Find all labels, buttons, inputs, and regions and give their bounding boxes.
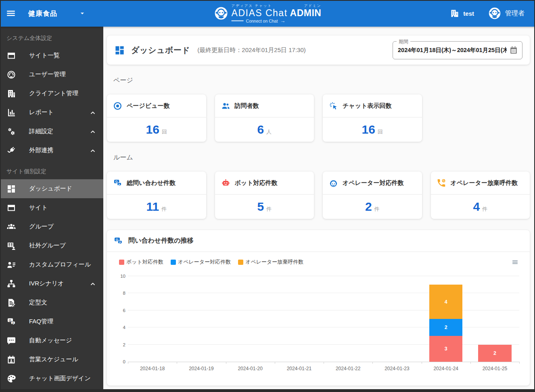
operator-icon — [329, 178, 338, 188]
legend-item-1[interactable]: オペレーター対応件数 — [171, 258, 231, 266]
bar-chart-icon — [6, 108, 16, 117]
sidebar-item-custom-profile[interactable]: カスタムプロフィール — [0, 255, 103, 274]
y-axis-label: 2 — [113, 342, 125, 347]
sidebar-item-business-schedule[interactable]: 営業スケジュール — [0, 350, 103, 369]
sidebar-item-site[interactable]: サイト — [0, 198, 103, 217]
gears-icon — [6, 127, 16, 136]
sidebar-item-faq-management[interactable]: QAFAQ管理 — [0, 312, 103, 331]
legend-item-0[interactable]: ボット対応件数 — [119, 258, 163, 266]
stat-card-title: チャット表示回数 — [343, 102, 391, 110]
svg-text:A: A — [12, 322, 14, 324]
sidebar-item-chat-screen-design[interactable]: チャット画面デザイン — [0, 369, 103, 388]
stat-card-value: 2 — [365, 200, 372, 214]
sidebar-item-label: クライアント管理 — [29, 90, 78, 97]
stat-card-page-views: ページビュー数16回 — [107, 94, 206, 142]
period-range-field[interactable]: 期間 2024年01月18日(木)～2024年01月25日(木) — [393, 41, 522, 59]
sidebar-item-group[interactable]: グループ — [0, 217, 103, 236]
chevron-up-icon[interactable] — [89, 280, 97, 288]
sidebar-item-external-integration[interactable]: 外部連携 — [0, 141, 103, 160]
sidebar-item-dashboard[interactable]: ダッシュボード — [0, 179, 103, 198]
plug-icon — [6, 146, 16, 155]
chart-plot-area: 02468103242 — [128, 276, 519, 362]
x-axis-label: 2024-01-23 — [372, 366, 421, 371]
legend-swatch — [238, 260, 243, 265]
chart-body: ボット対応件数オペレーター対応件数オペレーター放棄呼件数 02468103242… — [107, 252, 530, 371]
caret-down-icon[interactable] — [78, 9, 86, 17]
client-name: test — [463, 10, 474, 17]
client-chip[interactable]: test — [450, 8, 474, 18]
last-updated-text: (最終更新日時：2024年01月25日 17:30) — [197, 46, 305, 54]
people-icon — [221, 101, 230, 111]
logo-admin: ADMIN — [290, 7, 322, 18]
sidebar-item-label: 社外グループ — [29, 242, 66, 249]
stat-card-unit: 件 — [482, 205, 487, 213]
stat-card-value: 4 — [473, 200, 480, 214]
x-axis-tick — [519, 362, 520, 364]
logo-tagline: Connect on Chat — [246, 19, 278, 23]
sidebar-item-client-management[interactable]: クライアント管理 — [0, 84, 103, 103]
sidebar-item-label: 営業スケジュール — [29, 356, 78, 363]
stat-card-total-inquiries: QA総問い合わせ件数11件 — [107, 172, 206, 219]
x-axis-label: 2024-01-20 — [226, 366, 275, 371]
stat-sections: ページページビュー数16回訪問者数6人チャット表示回数16回ルームQA総問い合わ… — [107, 76, 530, 219]
stat-card-unit: 件 — [161, 205, 167, 213]
calendar-icon[interactable] — [509, 46, 518, 55]
qa-chat-icon: QA — [113, 178, 122, 188]
stat-cards-row: ページビュー数16回訪問者数6人チャット表示回数16回 — [107, 94, 530, 142]
calendar-person-icon — [6, 355, 16, 365]
cursor-click-icon — [329, 101, 338, 111]
x-axis-label: 2024-01-18 — [128, 366, 177, 371]
sidebar-item-template-text[interactable]: 定型文 — [0, 293, 103, 312]
header-left: 健康食品 — [0, 8, 127, 19]
sidebar-item-ivr-scenario[interactable]: IVRシナリオ — [0, 274, 103, 293]
x-axis-tick — [422, 362, 422, 364]
y-axis-label: 0 — [113, 359, 125, 364]
user-menu[interactable]: 管理者 — [488, 6, 525, 20]
logo-text: アディアス チャット アドミン ADIAS ChatADMIN Connect … — [232, 4, 322, 23]
x-axis-label: 2024-01-19 — [177, 366, 226, 371]
top-header: 健康食品 アディアス チャット アドミン ADIAS ChatADMIN Con… — [0, 0, 535, 27]
window-icon — [6, 51, 16, 61]
svg-text:A: A — [119, 183, 120, 185]
sidebar-item-label: 自動メッセージ — [29, 337, 72, 344]
stat-card-value: 16 — [362, 123, 375, 136]
chart-legend: ボット対応件数オペレーター対応件数オペレーター放棄呼件数 — [119, 258, 303, 266]
sidebar: システム全体設定サイト一覧ユーザー管理クライアント管理レポート詳細設定外部連携サ… — [0, 27, 103, 392]
sidebar-item-auto-message[interactable]: 自動メッセージ — [0, 331, 103, 350]
sidebar-item-label: FAQ管理 — [29, 318, 53, 325]
x-axis-label: 2024-01-25 — [470, 366, 519, 371]
stat-card-title: ボット対応件数 — [235, 179, 278, 187]
sidebar-item-advanced-settings[interactable]: 詳細設定 — [0, 122, 103, 141]
groups-icon — [6, 222, 16, 232]
site-selector-dropdown[interactable]: 健康食品 — [28, 9, 57, 18]
sidebar-item-external-group[interactable]: 社外グループ — [0, 236, 103, 255]
user-headset-icon — [6, 70, 16, 80]
stat-card-value: 11 — [146, 200, 159, 214]
chevron-up-icon[interactable] — [89, 128, 97, 136]
period-value: 2024年01月18日(木)～2024年01月25日(木) — [398, 46, 507, 54]
legend-swatch — [171, 260, 176, 265]
sidebar-item-site-list[interactable]: サイト一覧 — [0, 46, 103, 65]
svg-text:Q: Q — [115, 180, 117, 183]
building-icon — [450, 8, 460, 18]
logo-furigana-admin: アドミン — [304, 4, 322, 8]
chevron-up-icon[interactable] — [89, 109, 97, 117]
eye-icon — [113, 101, 122, 111]
sidebar-item-user-management[interactable]: ユーザー管理 — [0, 65, 103, 84]
menu-icon[interactable] — [6, 8, 16, 19]
svg-text:Q: Q — [9, 319, 11, 322]
stat-card-unit: 人 — [266, 128, 272, 136]
phone-missed-icon — [437, 178, 446, 188]
x-axis-tick — [128, 362, 128, 364]
legend-item-2[interactable]: オペレーター放棄呼件数 — [238, 258, 303, 266]
bar-segment-series2: 4 — [429, 285, 462, 319]
profile-list-icon — [6, 260, 16, 270]
sidebar-item-report[interactable]: レポート — [0, 103, 103, 122]
window-icon — [6, 203, 16, 213]
bar-segment-series1: 2 — [429, 319, 462, 336]
tagline-rule — [232, 20, 244, 21]
chevron-up-icon[interactable] — [89, 147, 97, 155]
chart-context-menu-icon[interactable] — [511, 259, 519, 266]
stat-card-title: 訪問者数 — [235, 102, 259, 110]
svg-text:A: A — [119, 241, 121, 243]
